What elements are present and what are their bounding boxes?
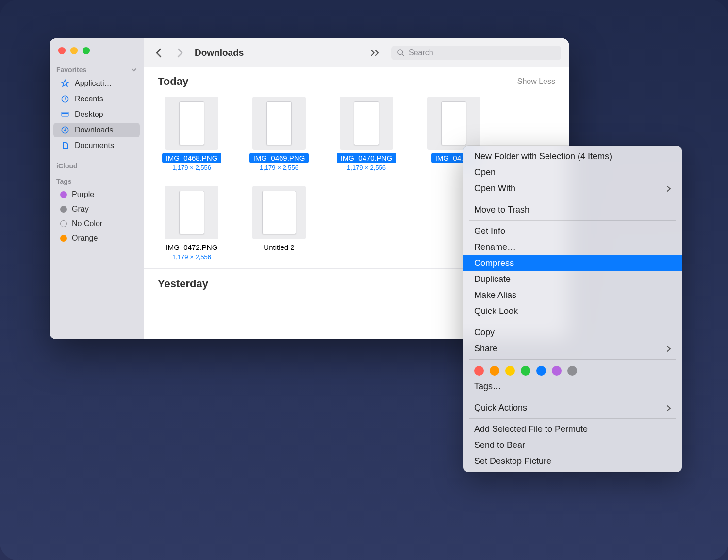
file-thumbnail — [252, 186, 306, 239]
close-button[interactable] — [58, 47, 66, 54]
menu-tags[interactable]: Tags… — [463, 379, 682, 395]
file-name: IMG_0469.PNG — [249, 153, 309, 163]
file-dimensions: 1,179 × 2,556 — [260, 164, 298, 171]
menu-get-info[interactable]: Get Info — [463, 223, 682, 239]
forward-button[interactable] — [173, 46, 187, 60]
chevron-right-icon — [666, 185, 671, 192]
sidebar-item-desktop[interactable]: Desktop — [53, 107, 140, 122]
file-dimensions: 1,179 × 2,556 — [172, 253, 211, 261]
menu-send-bear[interactable]: Send to Bear — [463, 437, 682, 453]
menu-add-permute[interactable]: Add Selected File to Permute — [463, 421, 682, 437]
downloads-icon — [60, 125, 70, 135]
back-button[interactable] — [152, 46, 165, 60]
menu-separator — [469, 418, 676, 419]
sidebar-item-label: No Color — [72, 219, 102, 228]
tag-gray[interactable] — [567, 366, 577, 376]
maximize-button[interactable] — [83, 47, 90, 54]
sidebar-item-label: Recents — [75, 95, 103, 103]
file-thumbnail — [252, 97, 306, 150]
search-icon — [397, 49, 405, 57]
menu-rename[interactable]: Rename… — [463, 239, 682, 255]
overflow-button[interactable] — [371, 49, 381, 57]
menu-separator — [469, 322, 676, 322]
desktop-icon — [60, 110, 70, 119]
file-thumbnail — [427, 97, 480, 150]
minimize-button[interactable] — [70, 47, 78, 54]
folder-title: Downloads — [195, 48, 244, 58]
traffic-lights — [50, 47, 144, 63]
file-item[interactable]: IMG_0470.PNG 1,179 × 2,556 — [332, 97, 400, 171]
sidebar-section-label: iCloud — [56, 162, 78, 170]
menu-set-desktop[interactable]: Set Desktop Picture — [463, 453, 682, 469]
menu-compress[interactable]: Compress — [463, 255, 682, 271]
sidebar-section-favorites[interactable]: Favorites — [50, 63, 144, 76]
chevron-down-icon — [131, 67, 137, 73]
svg-point-3 — [398, 50, 402, 54]
context-menu: New Folder with Selection (4 Items) Open… — [463, 146, 682, 472]
sidebar-item-applications[interactable]: Applicati… — [53, 76, 140, 91]
tag-dot-icon — [60, 235, 67, 242]
menu-separator — [469, 220, 676, 221]
tag-purple[interactable] — [552, 366, 562, 376]
menu-duplicate[interactable]: Duplicate — [463, 271, 682, 287]
search-field[interactable] — [391, 46, 561, 60]
file-name: IMG_0472.PNG — [162, 242, 222, 252]
tag-orange[interactable] — [490, 366, 499, 376]
tag-dot-icon — [60, 220, 67, 227]
sidebar-item-recents[interactable]: Recents — [53, 92, 140, 106]
sidebar-tag-purple[interactable]: Purple — [53, 188, 140, 201]
menu-separator — [469, 359, 676, 360]
sidebar-tag-nocolor[interactable]: No Color — [53, 217, 140, 231]
menu-tag-colors — [463, 362, 682, 379]
sidebar-item-label: Gray — [72, 205, 89, 214]
file-item[interactable]: IMG_0468.PNG 1,179 × 2,556 — [158, 97, 226, 171]
sidebar-section-tags[interactable]: Tags — [50, 175, 144, 187]
tag-dot-icon — [60, 191, 67, 198]
sidebar-tag-gray[interactable]: Gray — [53, 202, 140, 216]
show-less-button[interactable]: Show Less — [517, 77, 555, 86]
file-item[interactable]: IMG_0472.PNG 1,179 × 2,556 — [158, 186, 226, 261]
menu-new-folder[interactable]: New Folder with Selection (4 Items) — [463, 148, 682, 165]
file-thumbnail — [340, 97, 393, 150]
menu-share[interactable]: Share — [463, 341, 682, 357]
group-header-today: Today Show Less — [144, 67, 569, 93]
menu-quick-look[interactable]: Quick Look — [463, 303, 682, 319]
tag-red[interactable] — [474, 366, 484, 376]
file-item[interactable]: IMG_0469.PNG 1,179 × 2,556 — [245, 97, 313, 171]
menu-open[interactable]: Open — [463, 165, 682, 181]
sidebar-item-label: Downloads — [75, 126, 113, 134]
file-thumbnail — [165, 186, 218, 239]
file-name: Untitled 2 — [260, 242, 298, 252]
file-item[interactable]: Untitled 2 — [245, 186, 313, 261]
sidebar-section-icloud[interactable]: iCloud — [50, 159, 144, 172]
documents-icon — [60, 141, 70, 150]
svg-rect-1 — [62, 112, 68, 116]
sidebar: Favorites Applicati… Recents — [50, 38, 144, 339]
menu-make-alias[interactable]: Make Alias — [463, 287, 682, 303]
tag-dot-icon — [60, 206, 67, 213]
sidebar-item-documents[interactable]: Documents — [53, 138, 140, 153]
tag-green[interactable] — [521, 366, 530, 376]
sidebar-item-label: Desktop — [75, 110, 103, 119]
sidebar-tag-orange[interactable]: Orange — [53, 231, 140, 245]
sidebar-section-label: Tags — [56, 178, 72, 185]
chevron-right-icon — [666, 346, 671, 352]
tag-yellow[interactable] — [505, 366, 515, 376]
group-title: Today — [158, 75, 188, 88]
sidebar-section-label: Favorites — [56, 66, 86, 74]
file-dimensions: 1,179 × 2,556 — [347, 164, 386, 171]
menu-copy[interactable]: Copy — [463, 325, 682, 341]
menu-move-to-trash[interactable]: Move to Trash — [463, 202, 682, 218]
chevron-right-icon — [666, 405, 671, 412]
sidebar-item-label: Documents — [75, 141, 114, 150]
tag-blue[interactable] — [536, 366, 546, 376]
search-input[interactable] — [409, 49, 555, 57]
menu-quick-actions[interactable]: Quick Actions — [463, 400, 682, 416]
menu-open-with[interactable]: Open With — [463, 181, 682, 197]
recents-icon — [60, 94, 70, 104]
sidebar-item-downloads[interactable]: Downloads — [53, 123, 140, 137]
menu-separator — [469, 199, 676, 199]
applications-icon — [60, 79, 70, 88]
file-thumbnail — [165, 97, 218, 150]
sidebar-item-label: Applicati… — [75, 79, 112, 88]
